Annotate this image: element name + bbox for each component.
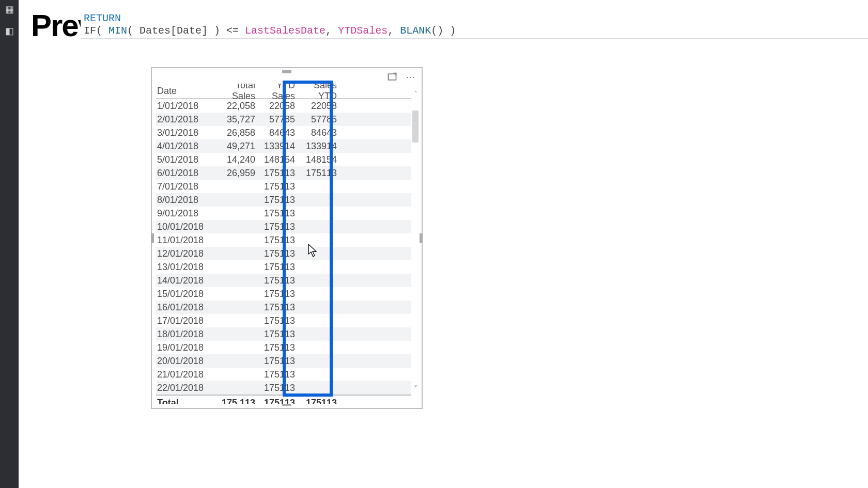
cell-c2: 22,058	[211, 101, 255, 112]
cell-c3: 175113	[255, 342, 295, 353]
table-total-row: Total 175,113 175113 175113	[156, 395, 411, 404]
cell-c3: 175113	[255, 248, 295, 259]
vertical-scrollbar[interactable]: ˄ ˅	[411, 90, 420, 392]
table-row[interactable]: 1/01/201822,0582205822058	[156, 99, 411, 113]
cell-c1: 7/01/2018	[156, 181, 211, 192]
table-row[interactable]: 21/01/2018175113	[156, 368, 411, 381]
table-row[interactable]: 6/01/201826,959175113175113	[156, 166, 411, 180]
total-total-sales: 175,113	[211, 398, 255, 404]
total-sales-ytd: 175113	[295, 398, 339, 404]
cell-c3: 175113	[255, 289, 295, 300]
cell-c3: 175113	[255, 195, 295, 206]
total-ytd-sales: 175113	[255, 398, 295, 404]
cell-c3: 175113	[255, 275, 295, 286]
cell-c1: 2/01/2018	[156, 114, 211, 125]
table-row[interactable]: 11/01/2018175113	[156, 233, 411, 247]
cell-c3: 175113	[255, 329, 295, 340]
table-row[interactable]: 16/01/2018175113	[156, 301, 411, 314]
cell-c4: 84643	[295, 128, 339, 138]
table-row[interactable]: 7/01/2018175113	[156, 180, 411, 193]
dax-func-blank: BLANK	[400, 25, 431, 37]
table-row[interactable]: 19/01/2018175113	[156, 341, 411, 354]
cell-c3: 133914	[255, 141, 295, 152]
cell-c1: 16/01/2018	[156, 302, 211, 313]
cell-c4: 22058	[295, 101, 339, 112]
data-table[interactable]: Date Total Sales YTD Sales Sales YTD 1/0…	[156, 84, 411, 404]
table-row[interactable]: 22/01/2018175113	[156, 381, 411, 395]
dax-ident-lastsalesdate: LastSalesDate	[245, 25, 326, 37]
table-row[interactable]: 4/01/201849,271133914133914	[156, 139, 411, 153]
cell-c1: 5/01/2018	[156, 154, 211, 165]
table-row[interactable]: 12/01/2018175113	[156, 247, 411, 260]
cell-c3: 175113	[255, 383, 295, 393]
cell-c4: 57785	[295, 114, 339, 125]
table-row[interactable]: 18/01/2018175113	[156, 327, 411, 341]
focus-mode-icon[interactable]	[386, 71, 398, 83]
resize-handle-top[interactable]	[282, 70, 291, 73]
cell-c2: 26,959	[211, 168, 255, 179]
table-row[interactable]: 17/01/2018175113	[156, 314, 411, 327]
table-row[interactable]: 9/01/2018175113	[156, 207, 411, 220]
table-row[interactable]: 10/01/2018175113	[156, 220, 411, 233]
total-label: Total	[156, 398, 211, 404]
cell-c1: 6/01/2018	[156, 168, 211, 179]
resize-handle-left[interactable]	[151, 233, 154, 243]
cell-c1: 12/01/2018	[156, 248, 211, 259]
dax-text: IF(	[84, 25, 109, 37]
dax-text: ,	[326, 25, 338, 37]
col-header-total-sales[interactable]: Total Sales	[211, 84, 255, 102]
col-header-date[interactable]: Date	[156, 86, 211, 97]
scroll-up-arrow-icon[interactable]: ˄	[411, 90, 420, 98]
model-view-icon[interactable]: ◧	[0, 22, 19, 40]
cell-c1: 4/01/2018	[156, 141, 211, 152]
cell-c1: 8/01/2018	[156, 195, 211, 206]
cell-c3: 148154	[255, 154, 295, 165]
cell-c2: 26,858	[211, 128, 255, 138]
dax-text: ( Dates[Date] ) <=	[127, 25, 245, 37]
table-row[interactable]: 8/01/2018175113	[156, 193, 411, 207]
table-row[interactable]: 14/01/2018175113	[156, 274, 411, 287]
scroll-thumb[interactable]	[412, 111, 419, 143]
cell-c1: 1/01/2018	[156, 101, 211, 112]
col-header-sales-ytd[interactable]: Sales YTD	[295, 84, 339, 102]
cell-c1: 10/01/2018	[156, 222, 211, 232]
report-view-icon[interactable]: ▦	[0, 0, 19, 19]
cell-c1: 21/01/2018	[156, 369, 211, 380]
table-row[interactable]: 20/01/2018175113	[156, 354, 411, 368]
table-row[interactable]: 5/01/201814,240148154148154	[156, 153, 411, 166]
cell-c3: 175113	[255, 316, 295, 326]
dax-text: () )	[431, 25, 456, 37]
visual-action-bar: ⋯	[386, 71, 416, 83]
cell-c3: 175113	[255, 168, 295, 179]
cell-c1: 19/01/2018	[156, 342, 211, 353]
cell-c1: 13/01/2018	[156, 262, 211, 273]
table-row[interactable]: 2/01/201835,7275778557785	[156, 113, 411, 126]
cell-c3: 175113	[255, 181, 295, 192]
table-visual[interactable]: ⋯ Date Total Sales YTD Sales Sales YTD 1…	[151, 67, 423, 409]
more-options-icon[interactable]: ⋯	[405, 71, 416, 83]
cell-c4: 133914	[295, 141, 339, 152]
svg-rect-0	[389, 74, 396, 80]
cell-c3: 175113	[255, 262, 295, 273]
cell-c1: 20/01/2018	[156, 356, 211, 367]
cell-c1: 17/01/2018	[156, 316, 211, 326]
table-row[interactable]: 3/01/201826,8588464384643	[156, 126, 411, 139]
cell-c1: 15/01/2018	[156, 289, 211, 300]
formula-bar[interactable]: RETURN IF( MIN( Dates[Date] ) <= LastSal…	[81, 11, 868, 39]
cell-c1: 3/01/2018	[156, 128, 211, 138]
table-header-row: Date Total Sales YTD Sales Sales YTD	[156, 84, 411, 99]
scroll-down-arrow-icon[interactable]: ˅	[411, 384, 420, 392]
table-row[interactable]: 15/01/2018175113	[156, 287, 411, 301]
cell-c1: 11/01/2018	[156, 235, 211, 246]
table-row[interactable]: 13/01/2018175113	[156, 260, 411, 274]
cell-c3: 175113	[255, 222, 295, 232]
cell-c3: 175113	[255, 302, 295, 313]
cell-c2: 35,727	[211, 114, 255, 125]
left-nav-rail: ▦ ◧	[0, 0, 19, 488]
cell-c1: 22/01/2018	[156, 383, 211, 393]
cell-c3: 175113	[255, 208, 295, 219]
col-header-ytd-sales[interactable]: YTD Sales	[255, 84, 295, 102]
dax-func-min: MIN	[109, 25, 127, 37]
resize-handle-right[interactable]	[420, 233, 423, 243]
cell-c3: 175113	[255, 356, 295, 367]
